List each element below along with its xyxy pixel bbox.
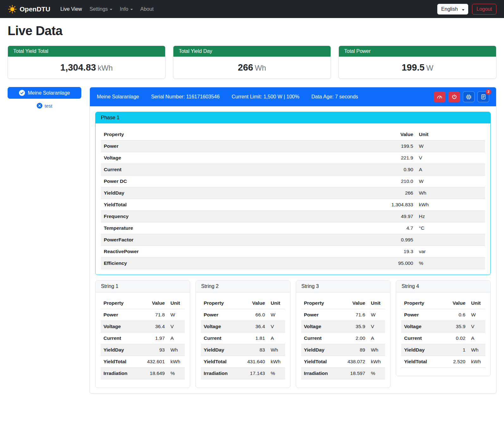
inverter-sidebar: Meine Solaranlage test — [8, 87, 81, 109]
table-row: YieldDay1Wh — [401, 344, 485, 356]
property-cell: Voltage — [301, 321, 344, 333]
limit-settings-button[interactable] — [434, 91, 445, 102]
value-cell: 4.7 — [369, 222, 416, 234]
nav-info-label: Info — [120, 6, 128, 12]
table-row: Irradiation18.649% — [101, 368, 185, 379]
property-cell: Irradiation — [301, 368, 344, 379]
property-column-header: Property — [401, 297, 444, 309]
value-column-header: Value — [369, 129, 416, 140]
table-row: Current2.00A — [301, 333, 385, 344]
string-2-card: String 2 Property Value Unit — [196, 280, 290, 388]
property-cell: Voltage — [201, 321, 244, 333]
value-cell: 36.4 — [244, 321, 268, 333]
string-1-table: Property Value Unit Power71.8WVoltage36.… — [101, 297, 185, 379]
value-cell: 1 — [444, 344, 468, 356]
value-cell: 431.640 — [244, 356, 268, 368]
table-row: Current1.81A — [201, 333, 285, 344]
event-log-button[interactable]: 2 — [477, 91, 489, 102]
property-cell: YieldTotal — [101, 199, 369, 211]
property-cell: YieldDay — [101, 344, 144, 356]
phase-title: Phase 1 — [96, 112, 490, 123]
total-power-unit: W — [426, 64, 433, 72]
table-row: Power199.5W — [101, 140, 485, 152]
value-cell: 19.3 — [369, 246, 416, 258]
value-cell: 49.97 — [369, 211, 416, 222]
nav-info[interactable]: Info — [116, 4, 137, 15]
unit-cell: Wh — [268, 344, 285, 356]
inverter-actions: 2 — [434, 91, 489, 102]
device-info-button[interactable] — [463, 91, 475, 102]
total-yield-total-title: Total Yield Total — [8, 46, 165, 57]
value-cell: 1,304.833 — [369, 199, 416, 211]
phase-card: Phase 1 Property Value Unit Power199.5WV… — [95, 112, 491, 275]
total-yield-day-title: Total Yield Day — [173, 46, 331, 57]
logout-button[interactable]: Logout — [472, 4, 496, 15]
nav-live-view-label: Live View — [60, 6, 82, 12]
value-cell: 221.9 — [369, 152, 416, 164]
brand-link[interactable]: OpenDTU — [8, 4, 50, 14]
unit-cell: V — [168, 321, 185, 333]
inverter-select-button[interactable]: Meine Solaranlage — [8, 87, 81, 99]
unit-cell: W — [416, 140, 485, 152]
language-select[interactable]: English — [437, 4, 468, 15]
speedometer-icon — [437, 94, 443, 100]
value-column-header: Value — [144, 297, 168, 309]
unit-column-header: Unit — [468, 297, 485, 309]
unit-cell: W — [168, 309, 185, 321]
property-cell: PowerFactor — [101, 234, 369, 246]
property-cell: YieldDay — [301, 344, 344, 356]
value-cell: 199.5 — [369, 140, 416, 152]
table-row: YieldDay266Wh — [101, 187, 485, 199]
unit-cell: % — [416, 258, 485, 269]
property-column-header: Property — [101, 297, 144, 309]
language-select-value: English — [441, 6, 458, 12]
nav-about[interactable]: About — [137, 4, 158, 15]
value-cell: 0.6 — [444, 309, 468, 321]
property-cell: Current — [101, 164, 369, 176]
value-cell: 71.8 — [144, 309, 168, 321]
total-yield-day-unit: Wh — [255, 64, 266, 72]
brand-label: OpenDTU — [20, 5, 50, 13]
table-row: Power71.8W — [101, 309, 185, 321]
unit-column-header: Unit — [368, 297, 385, 309]
table-row: Current0.90A — [101, 164, 485, 176]
power-button[interactable] — [448, 91, 460, 102]
unit-cell: var — [416, 246, 485, 258]
property-cell: Power — [201, 309, 244, 321]
nav-settings[interactable]: Settings — [86, 4, 116, 15]
phase-table: Property Value Unit Power199.5WVoltage22… — [101, 129, 485, 269]
property-column-header: Property — [201, 297, 244, 309]
value-cell: 95.000 — [369, 258, 416, 269]
value-cell: 432.601 — [144, 356, 168, 368]
table-row: YieldTotal431.640kWh — [201, 356, 285, 368]
inverter-select-test[interactable]: test — [8, 103, 81, 109]
nav-live-view[interactable]: Live View — [57, 4, 86, 15]
unit-cell — [416, 234, 485, 246]
navbar: OpenDTU Live View Settings Info About En… — [0, 0, 504, 18]
total-yield-day-value: 266 — [238, 62, 253, 72]
value-cell: 438.072 — [344, 356, 368, 368]
table-header-row: Property Value Unit — [101, 129, 485, 140]
value-cell: 0.90 — [369, 164, 416, 176]
string-2-table: Property Value Unit Power66.0WVoltage36.… — [201, 297, 285, 379]
table-row: Voltage35.9V — [401, 321, 485, 333]
string-4-table: Property Value Unit Power0.6WVoltage35.9… — [401, 297, 485, 368]
chevron-down-icon — [110, 9, 112, 10]
unit-cell: °C — [416, 222, 485, 234]
inverter-select-label: Meine Solaranlage — [28, 90, 70, 96]
inverter-card-header: Meine Solaranlage Serial Number: 1161716… — [90, 87, 496, 106]
nav-settings-label: Settings — [90, 6, 108, 12]
value-cell: 1.81 — [244, 333, 268, 344]
total-yield-day-card: Total Yield Day 266Wh — [173, 46, 331, 79]
property-cell: YieldTotal — [201, 356, 244, 368]
property-cell: Current — [201, 333, 244, 344]
unit-cell: V — [416, 152, 485, 164]
property-cell: Voltage — [401, 321, 444, 333]
table-row: Temperature4.7°C — [101, 222, 485, 234]
unit-cell: A — [268, 333, 285, 344]
property-cell: YieldTotal — [101, 356, 144, 368]
value-column-header: Value — [444, 297, 468, 309]
property-cell: Irradiation — [201, 368, 244, 379]
inverter-limit: Current Limit: 1,500 W | 100% — [232, 94, 299, 100]
property-cell: Power — [101, 140, 369, 152]
